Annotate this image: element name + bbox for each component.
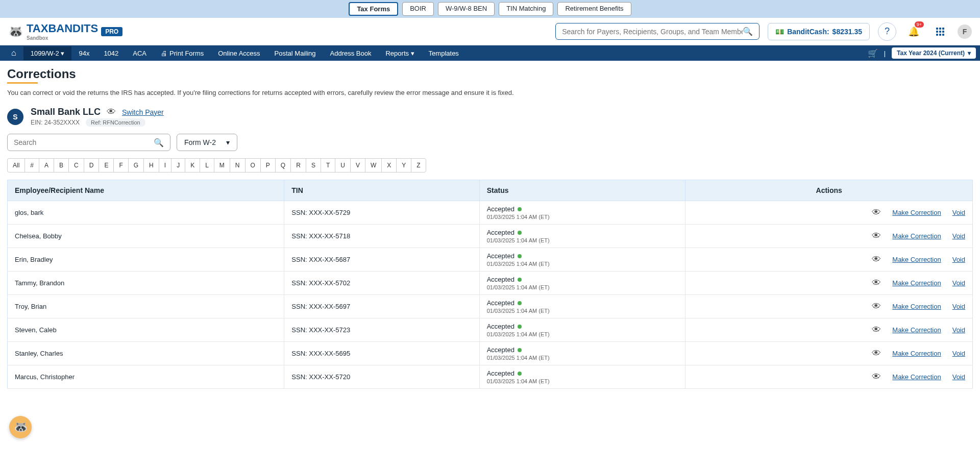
alpha-filter-f[interactable]: F — [114, 159, 128, 172]
make-correction-link[interactable]: Make Correction — [892, 279, 941, 287]
nav-item-1099-w-2[interactable]: 1099/W-2 ▾ — [23, 46, 72, 60]
cell-name: Chelsea, Bobby — [8, 225, 284, 248]
top-tab-tax-forms[interactable]: Tax Forms — [349, 2, 398, 16]
bandit-cash-value: $8231.35 — [832, 28, 862, 36]
alpha-filter-v[interactable]: V — [351, 159, 365, 172]
view-icon[interactable]: 👁 — [872, 348, 881, 359]
alpha-filter-n[interactable]: N — [230, 159, 246, 172]
alpha-filter-x[interactable]: X — [382, 159, 397, 172]
chevron-down-icon: ▾ — [226, 138, 230, 146]
alpha-filter-s[interactable]: S — [306, 159, 321, 172]
col-header-tin: TIN — [284, 180, 479, 201]
alpha-filter-b[interactable]: B — [54, 159, 69, 172]
nav-item-address-book[interactable]: Address Book — [323, 46, 379, 60]
alpha-filter-e[interactable]: E — [99, 159, 114, 172]
global-search-input[interactable] — [562, 28, 743, 36]
form-type-select[interactable]: Form W-2 ▾ — [177, 134, 237, 151]
cell-name: glos, bark — [8, 201, 284, 225]
logo[interactable]: 🦝 TAXBANDITS Sandbox PRO — [8, 22, 122, 41]
top-tab-boir[interactable]: BOIR — [402, 2, 434, 16]
void-link[interactable]: Void — [952, 209, 965, 216]
recipient-search[interactable]: 🔍 — [7, 134, 170, 151]
tax-year-select[interactable]: Tax Year 2024 (Current) ▾ — [892, 47, 976, 59]
alpha-filter-y[interactable]: Y — [397, 159, 411, 172]
user-avatar[interactable]: F — [958, 24, 972, 39]
alpha-filter-w[interactable]: W — [365, 159, 382, 172]
col-header-name: Employee/Recipient Name — [8, 180, 284, 201]
nav-item-1042[interactable]: 1042 — [96, 46, 126, 60]
alpha-filter-m[interactable]: M — [214, 159, 230, 172]
void-link[interactable]: Void — [952, 326, 965, 334]
apps-button[interactable] — [931, 22, 949, 41]
make-correction-link[interactable]: Make Correction — [892, 373, 941, 381]
alpha-filter-k[interactable]: K — [185, 159, 200, 172]
switch-payer-link[interactable]: Switch Payer — [122, 108, 164, 116]
nav-item-94x[interactable]: 94x — [71, 46, 96, 60]
nav-item-reports[interactable]: Reports ▾ — [378, 46, 421, 60]
make-correction-link[interactable]: Make Correction — [892, 303, 941, 310]
view-icon[interactable]: 👁 — [872, 207, 881, 218]
nav-item-online-access[interactable]: Online Access — [211, 46, 267, 60]
alpha-filter-#[interactable]: # — [25, 159, 39, 172]
view-payer-icon[interactable]: 👁 — [107, 107, 116, 117]
make-correction-link[interactable]: Make Correction — [892, 232, 941, 240]
payer-avatar: S — [7, 109, 23, 125]
alpha-filter-u[interactable]: U — [335, 159, 351, 172]
cart-button[interactable]: 🛒 — [868, 48, 878, 58]
void-link[interactable]: Void — [952, 303, 965, 310]
nav-home[interactable]: ⌂ — [4, 45, 23, 61]
void-link[interactable]: Void — [952, 350, 965, 357]
make-correction-link[interactable]: Make Correction — [892, 256, 941, 263]
alpha-filter-j[interactable]: J — [172, 159, 185, 172]
status-dot-icon — [518, 348, 522, 352]
top-tab-tin-matching[interactable]: TIN Matching — [499, 2, 553, 16]
main-nav: ⌂ 1099/W-2 ▾94x1042ACA🖨 Print FormsOnlin… — [0, 45, 980, 61]
nav-item-aca[interactable]: ACA — [126, 46, 154, 60]
alpha-filter-t[interactable]: T — [321, 159, 335, 172]
void-link[interactable]: Void — [952, 232, 965, 240]
make-correction-link[interactable]: Make Correction — [892, 326, 941, 334]
table-row: Tammy, Brandon SSN: XXX-XX-5702 Accepted… — [8, 271, 973, 295]
cell-name: Steven, Caleb — [8, 318, 284, 342]
alpha-filter-d[interactable]: D — [84, 159, 100, 172]
status-dot-icon — [518, 278, 522, 282]
make-correction-link[interactable]: Make Correction — [892, 209, 941, 216]
help-button[interactable]: ? — [878, 22, 896, 41]
void-link[interactable]: Void — [952, 373, 965, 381]
view-icon[interactable]: 👁 — [872, 231, 881, 241]
bandit-cash-button[interactable]: 💵 BanditCash: $8231.35 — [768, 23, 870, 40]
nav-item-postal-mailing[interactable]: Postal Mailing — [267, 46, 323, 60]
alpha-filter-c[interactable]: C — [69, 159, 84, 172]
top-tab-retirement-benefits[interactable]: Retirement Benefits — [557, 2, 631, 16]
view-icon[interactable]: 👁 — [872, 278, 881, 288]
nav-item-templates[interactable]: Templates — [422, 46, 466, 60]
make-correction-link[interactable]: Make Correction — [892, 350, 941, 357]
alpha-filter-i[interactable]: I — [159, 159, 172, 172]
alpha-filter-o[interactable]: O — [246, 159, 261, 172]
view-icon[interactable]: 👁 — [872, 254, 881, 265]
view-icon[interactable]: 👁 — [872, 301, 881, 312]
search-icon[interactable]: 🔍 — [743, 27, 753, 36]
alpha-filter-r[interactable]: R — [291, 159, 306, 172]
void-link[interactable]: Void — [952, 256, 965, 263]
search-icon[interactable]: 🔍 — [154, 138, 164, 147]
nav-item-print-forms[interactable]: 🖨 Print Forms — [154, 46, 211, 60]
top-tab-w-9-w-8-ben[interactable]: W-9/W-8 BEN — [438, 2, 495, 16]
alpha-filter-all[interactable]: All — [8, 159, 25, 172]
alpha-filter-l[interactable]: L — [200, 159, 214, 172]
top-tab-bar: Tax FormsBOIRW-9/W-8 BENTIN MatchingReti… — [0, 0, 980, 18]
global-search[interactable]: 🔍 — [555, 23, 760, 40]
alpha-filter-h[interactable]: H — [144, 159, 159, 172]
payer-block: S Small Bank LLC 👁 Switch Payer EIN: 24-… — [7, 107, 973, 127]
view-icon[interactable]: 👁 — [872, 372, 881, 382]
alpha-filter-q[interactable]: Q — [276, 159, 291, 172]
alpha-filter-a[interactable]: A — [39, 159, 54, 172]
alpha-filter-z[interactable]: Z — [411, 159, 425, 172]
alpha-filter-g[interactable]: G — [129, 159, 144, 172]
alpha-filter-p[interactable]: P — [261, 159, 276, 172]
view-icon[interactable]: 👁 — [872, 325, 881, 335]
nav-divider: | — [884, 50, 886, 57]
notifications-button[interactable]: 🔔 9+ — [904, 22, 923, 41]
void-link[interactable]: Void — [952, 279, 965, 287]
recipient-search-input[interactable] — [14, 138, 154, 146]
